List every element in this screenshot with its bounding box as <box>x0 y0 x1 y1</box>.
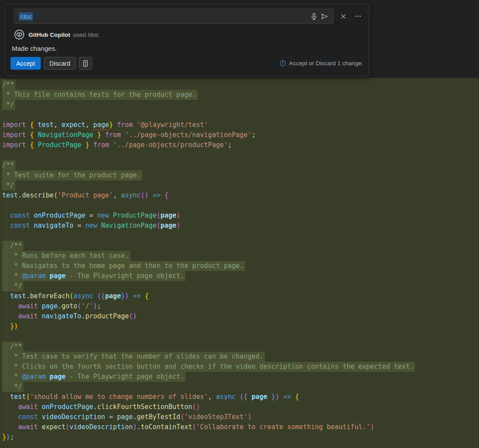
code-line[interactable]: await onProductPage.clickFourthSectionBu… <box>2 402 479 412</box>
code-line[interactable]: * @param page - The Playwright page obje… <box>2 372 479 382</box>
status-note: Accept or Discard 1 change. <box>289 60 363 67</box>
code-line[interactable] <box>2 110 479 120</box>
send-icon[interactable] <box>319 11 330 21</box>
toggle-changes-button[interactable] <box>79 57 92 70</box>
code-line[interactable]: const onProductPage = new ProductPage(pa… <box>2 211 479 221</box>
code-line[interactable] <box>2 201 479 211</box>
code-area: /** * This file contains tests for the p… <box>0 78 479 448</box>
copilot-icon <box>14 29 25 40</box>
code-line[interactable]: import { NavigationPage } from '../page-… <box>2 130 479 140</box>
chat-response-message: Made changes. <box>12 45 363 52</box>
code-line[interactable]: * Clicks on the fourth section button an… <box>2 362 479 372</box>
code-line[interactable]: test.describe('Product page', async() =>… <box>2 190 479 201</box>
code-line[interactable]: await navigateTo.productPage() <box>2 311 479 321</box>
chat-input[interactable]: /doc <box>14 9 334 24</box>
code-line[interactable]: * @param page - The Playwright page obje… <box>2 271 479 281</box>
code-line[interactable]: */ <box>2 281 479 291</box>
code-line[interactable]: }) <box>2 321 479 332</box>
chat-status: Accept or Discard 1 change. <box>280 60 363 67</box>
code-line[interactable]: * Runs before each test case. <box>2 251 479 261</box>
code-line[interactable]: await expect(videoDescription).toContain… <box>2 422 479 432</box>
code-line[interactable]: const videoDescription = page.getByTestI… <box>2 412 479 422</box>
code-line[interactable]: import { ProductPage } from '../page-obj… <box>2 140 479 150</box>
code-line[interactable]: * Navigates to the home page and then to… <box>2 261 479 271</box>
chat-actions: Accept Discard Accept or Discard 1 chang… <box>11 57 363 70</box>
discard-button[interactable]: Discard <box>44 57 76 70</box>
provider-used-command: used /doc <box>73 32 99 38</box>
code-line[interactable]: */ <box>2 180 479 190</box>
code-lines: /** * This file contains tests for the p… <box>2 80 479 442</box>
code-line[interactable]: /** <box>2 80 479 90</box>
code-line[interactable]: * This file contains tests for the produ… <box>2 90 479 100</box>
slash-command-chip: /doc <box>19 12 33 21</box>
code-line[interactable]: */ <box>2 100 479 110</box>
provider-name: GitHub Copilot <box>28 32 70 38</box>
close-icon[interactable] <box>338 11 348 21</box>
code-line[interactable]: import { test, expect, page} from '@play… <box>2 120 479 130</box>
info-icon <box>280 60 286 67</box>
code-line[interactable]: * Test case to verify that the number of… <box>2 352 479 362</box>
code-line[interactable]: */ <box>2 382 479 392</box>
code-line[interactable]: const navigateTo = new NavigationPage(pa… <box>2 221 479 231</box>
code-line[interactable]: * Test suite for the product page. <box>2 170 479 180</box>
inline-chat-widget: /doc <box>4 4 369 77</box>
more-icon[interactable] <box>353 11 363 21</box>
code-line[interactable]: /** <box>2 342 479 352</box>
code-line[interactable] <box>2 231 479 241</box>
chat-input-row: /doc <box>14 9 363 24</box>
code-line[interactable]: await page.goto('/'); <box>2 301 479 311</box>
code-line[interactable] <box>2 332 479 342</box>
code-line[interactable]: /** <box>2 160 479 170</box>
code-line[interactable]: }); <box>2 432 479 442</box>
code-line[interactable]: test.beforeEach(async ({page}) => { <box>2 291 479 301</box>
code-line[interactable]: test('should allow me to change numbers … <box>2 392 479 402</box>
code-line[interactable] <box>2 150 479 160</box>
chat-response-header: GitHub Copilot used /doc <box>14 29 363 40</box>
code-line[interactable]: /** <box>2 241 479 251</box>
mic-icon[interactable] <box>309 11 319 21</box>
accept-button[interactable]: Accept <box>11 57 41 70</box>
